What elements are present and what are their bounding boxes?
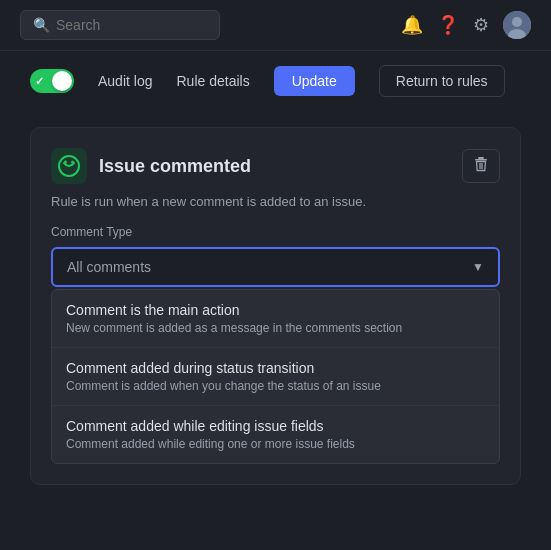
rule-details-tab[interactable]: Rule details (176, 73, 249, 89)
dropdown-item-2[interactable]: Comment added during status transition C… (52, 348, 499, 406)
rule-description: Rule is run when a new comment is added … (51, 194, 500, 209)
dropdown-item-1-desc: New comment is added as a message in the… (66, 321, 485, 335)
avatar[interactable] (503, 11, 531, 39)
main-content: Issue commented Rule is run when a new c… (0, 111, 551, 501)
trash-icon (473, 156, 489, 172)
svg-rect-6 (478, 157, 484, 159)
rule-header: Issue commented (51, 148, 500, 184)
audit-log-tab[interactable]: Audit log (98, 73, 152, 89)
rule-icon (51, 148, 87, 184)
dropdown-item-3-title: Comment added while editing issue fields (66, 418, 485, 434)
comment-type-select[interactable]: All comments ▼ (51, 247, 500, 287)
rule-header-left: Issue commented (51, 148, 251, 184)
help-icon[interactable]: ❓ (437, 14, 459, 36)
dropdown-item-2-desc: Comment is added when you change the sta… (66, 379, 485, 393)
top-nav: 🔍 🔔 ❓ ⚙ (0, 0, 551, 51)
svg-point-4 (64, 161, 67, 164)
select-wrapper: All comments ▼ Comment is the main actio… (51, 247, 500, 464)
bell-icon[interactable]: 🔔 (401, 14, 423, 36)
chevron-down-icon: ▼ (472, 260, 484, 274)
field-label: Comment Type (51, 225, 500, 239)
sub-nav: ✓ Audit log Rule details Update Return t… (0, 51, 551, 111)
nav-icons: 🔔 ❓ ⚙ (401, 11, 531, 39)
svg-point-5 (71, 161, 74, 164)
dropdown-menu: Comment is the main action New comment i… (51, 289, 500, 464)
rule-title: Issue commented (99, 156, 251, 177)
return-to-rules-button[interactable]: Return to rules (379, 65, 505, 97)
rule-card: Issue commented Rule is run when a new c… (30, 127, 521, 485)
svg-point-1 (512, 17, 522, 27)
search-bar[interactable]: 🔍 (20, 10, 220, 40)
toggle-switch[interactable]: ✓ (30, 69, 74, 93)
dropdown-item-3[interactable]: Comment added while editing issue fields… (52, 406, 499, 463)
dropdown-item-3-desc: Comment added while editing one or more … (66, 437, 485, 451)
search-icon: 🔍 (33, 17, 50, 33)
svg-rect-7 (475, 159, 487, 161)
dropdown-item-2-title: Comment added during status transition (66, 360, 485, 376)
search-input[interactable] (56, 17, 207, 33)
settings-icon[interactable]: ⚙ (473, 14, 489, 36)
dropdown-item-1-title: Comment is the main action (66, 302, 485, 318)
delete-button[interactable] (462, 149, 500, 183)
select-value: All comments (67, 259, 151, 275)
dropdown-item-1[interactable]: Comment is the main action New comment i… (52, 290, 499, 348)
update-button[interactable]: Update (274, 66, 355, 96)
toggle-check-icon: ✓ (35, 75, 44, 88)
